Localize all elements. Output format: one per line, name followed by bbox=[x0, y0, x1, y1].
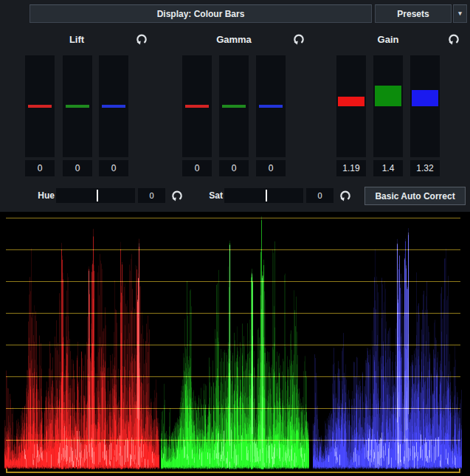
sat-handle[interactable] bbox=[266, 190, 267, 201]
display-mode-button[interactable]: Display: Colour Bars bbox=[30, 4, 372, 23]
gamma-blue-handle[interactable] bbox=[259, 105, 283, 108]
lift-red-slider[interactable] bbox=[25, 55, 55, 157]
lift-green-value[interactable]: 0 bbox=[63, 160, 92, 176]
basic-auto-correct-label: Basic Auto Correct bbox=[375, 191, 455, 201]
presets-button[interactable]: Presets bbox=[375, 4, 452, 23]
hue-slider[interactable] bbox=[56, 188, 135, 203]
gamma-reset-button[interactable] bbox=[292, 32, 305, 46]
gamma-green-value[interactable]: 0 bbox=[219, 160, 249, 176]
reset-icon bbox=[339, 189, 352, 202]
hue-handle[interactable] bbox=[97, 190, 98, 201]
lift-green-handle[interactable] bbox=[66, 105, 89, 108]
gamma-red-slider[interactable] bbox=[182, 55, 212, 157]
hue-reset-button[interactable] bbox=[170, 189, 184, 202]
gain-section-label: Gain bbox=[336, 34, 440, 45]
gain-green-value[interactable]: 1.4 bbox=[373, 160, 403, 176]
gain-blue-slider[interactable] bbox=[410, 55, 440, 157]
lift-section-label: Lift bbox=[25, 34, 128, 45]
gamma-blue-slider[interactable] bbox=[256, 55, 286, 157]
gamma-green-slider[interactable] bbox=[219, 55, 249, 157]
sat-reset-button[interactable] bbox=[339, 189, 352, 202]
lift-blue-handle[interactable] bbox=[102, 105, 125, 108]
gamma-red-value[interactable]: 0 bbox=[182, 160, 212, 176]
chevron-down-icon: ▾ bbox=[458, 10, 462, 17]
presets-dropdown-button[interactable]: ▾ bbox=[453, 4, 467, 23]
gain-blue-value[interactable]: 1.32 bbox=[410, 160, 440, 176]
gamma-red-handle[interactable] bbox=[185, 105, 209, 108]
basic-auto-correct-button[interactable]: Basic Auto Correct bbox=[364, 187, 466, 205]
presets-label: Presets bbox=[397, 9, 429, 19]
gamma-blue-value[interactable]: 0 bbox=[256, 160, 286, 176]
lift-blue-slider[interactable] bbox=[99, 55, 128, 157]
sat-label: Sat bbox=[195, 190, 223, 201]
gain-red-handle[interactable] bbox=[338, 97, 364, 106]
rgb-parade-waveform bbox=[0, 212, 470, 476]
gain-green-slider[interactable] bbox=[373, 55, 403, 157]
gamma-section-label: Gamma bbox=[182, 34, 286, 45]
sat-slider[interactable] bbox=[224, 188, 303, 203]
gain-red-value[interactable]: 1.19 bbox=[336, 160, 366, 176]
lift-red-value[interactable]: 0 bbox=[25, 160, 55, 176]
lift-red-handle[interactable] bbox=[28, 105, 52, 108]
hue-label: Hue bbox=[27, 190, 55, 201]
hue-value[interactable]: 0 bbox=[138, 188, 165, 203]
gain-reset-button[interactable] bbox=[447, 32, 460, 46]
lift-blue-value[interactable]: 0 bbox=[99, 160, 128, 176]
lift-reset-button[interactable] bbox=[135, 32, 148, 46]
reset-icon bbox=[135, 32, 148, 46]
gain-red-slider[interactable] bbox=[336, 55, 366, 157]
sat-value[interactable]: 0 bbox=[306, 188, 334, 203]
display-mode-label: Display: Colour Bars bbox=[157, 9, 245, 19]
gain-green-handle[interactable] bbox=[375, 86, 401, 106]
gamma-green-handle[interactable] bbox=[222, 105, 246, 108]
reset-icon bbox=[292, 32, 305, 46]
reset-icon bbox=[447, 32, 460, 46]
reset-icon bbox=[170, 189, 184, 202]
lift-green-slider[interactable] bbox=[63, 55, 92, 157]
gain-blue-handle[interactable] bbox=[412, 90, 438, 106]
